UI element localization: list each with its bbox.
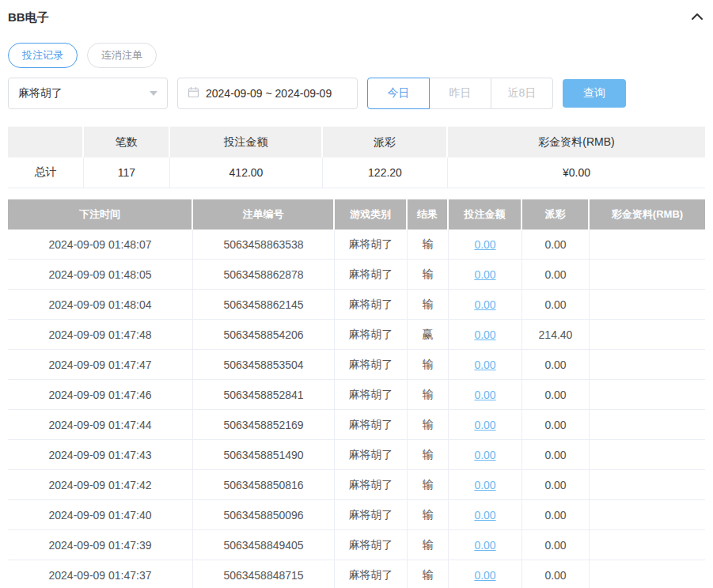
cell-payout: 0.00: [522, 440, 590, 469]
bet-amount-link[interactable]: 0.00: [474, 358, 495, 371]
bet-amount-link[interactable]: 0.00: [474, 479, 495, 491]
cell-payout: 0.00: [522, 530, 590, 560]
cell-payout: 0.00: [522, 500, 590, 529]
cell-bet-amount: 0.00: [449, 380, 522, 409]
summary-total-bet-amount: 412.00: [170, 157, 323, 188]
cell-game-type: 麻将胡了: [335, 530, 408, 560]
game-type-select[interactable]: 麻将胡了: [8, 78, 168, 109]
table-row: 2024-09-09 01:48:07 5063458863538 麻将胡了 输…: [8, 230, 705, 260]
cell-payout: 0.00: [522, 470, 590, 499]
bet-amount-link[interactable]: 0.00: [474, 328, 495, 341]
summary-total-count: 117: [84, 157, 170, 188]
header-bet-time: 下注时间: [8, 199, 193, 230]
cell-order-no: 5063458853504: [193, 350, 335, 379]
date-range-value: 2024-09-09 ~ 2024-09-09: [206, 87, 332, 100]
bet-amount-link[interactable]: 0.00: [474, 539, 495, 552]
bet-amount-link[interactable]: 0.00: [474, 389, 495, 401]
cell-bet-amount: 0.00: [449, 230, 522, 259]
tab-label: 连消注单: [101, 48, 142, 63]
cell-bet-amount: 0.00: [449, 470, 522, 499]
record-tabs: 投注记录 连消注单: [8, 43, 705, 68]
cell-bet-time: 2024-09-09 01:47:48: [8, 320, 193, 349]
tab-cancelled-orders[interactable]: 连消注单: [87, 43, 157, 68]
cell-result: 赢: [408, 320, 449, 349]
bet-amount-link[interactable]: 0.00: [474, 268, 495, 281]
bet-amount-link[interactable]: 0.00: [474, 449, 495, 461]
cell-payout: 0.00: [522, 290, 590, 319]
cell-jackpot: [590, 350, 705, 379]
date-range-input[interactable]: 2024-09-09 ~ 2024-09-09: [177, 78, 358, 109]
cell-result: 输: [408, 380, 449, 409]
cell-bet-time: 2024-09-09 01:47:43: [8, 440, 193, 469]
cell-bet-time: 2024-09-09 01:48:05: [8, 260, 193, 289]
cell-order-no: 5063458862145: [193, 290, 335, 319]
bet-amount-link[interactable]: 0.00: [474, 569, 495, 582]
cell-order-no: 5063458848715: [193, 560, 335, 588]
chevron-up-icon: [691, 11, 704, 25]
calendar-icon: [188, 86, 199, 101]
cell-bet-amount: 0.00: [449, 410, 522, 439]
summary-header-payout: 派彩: [323, 127, 448, 157]
summary-total-payout: 122.20: [323, 157, 448, 188]
cell-game-type: 麻将胡了: [335, 560, 408, 588]
table-row: 2024-09-09 01:47:43 5063458851490 麻将胡了 输…: [8, 440, 705, 470]
cell-game-type: 麻将胡了: [335, 470, 408, 499]
yesterday-button[interactable]: 昨日: [429, 78, 491, 109]
cell-bet-time: 2024-09-09 01:47:44: [8, 410, 193, 439]
cell-result: 输: [408, 530, 449, 560]
cell-bet-amount: 0.00: [449, 320, 522, 349]
cell-order-no: 5063458852841: [193, 380, 335, 409]
cell-bet-time: 2024-09-09 01:47:42: [8, 470, 193, 499]
cell-bet-time: 2024-09-09 01:47:40: [8, 500, 193, 529]
header-result: 结果: [408, 199, 449, 230]
cell-payout: 214.40: [522, 320, 590, 349]
bet-amount-link[interactable]: 0.00: [474, 298, 495, 311]
summary-table: 笔数 投注金额 派彩 彩金资料(RMB) 总计 117 412.00 122.2…: [8, 127, 705, 188]
cell-game-type: 麻将胡了: [335, 380, 408, 409]
summary-header-row: 笔数 投注金额 派彩 彩金资料(RMB): [8, 127, 705, 157]
table-row: 2024-09-09 01:47:44 5063458852169 麻将胡了 输…: [8, 410, 705, 440]
cell-result: 输: [408, 440, 449, 469]
cell-jackpot: [590, 380, 705, 409]
cell-bet-time: 2024-09-09 01:47:37: [8, 560, 193, 588]
cell-bet-time: 2024-09-09 01:47:39: [8, 530, 193, 560]
cell-result: 输: [408, 290, 449, 319]
cell-result: 输: [408, 470, 449, 499]
last-8-days-button[interactable]: 近8日: [491, 78, 553, 109]
cell-order-no: 5063458850096: [193, 500, 335, 529]
table-row: 2024-09-09 01:48:05 5063458862878 麻将胡了 输…: [8, 260, 705, 290]
cell-bet-time: 2024-09-09 01:47:46: [8, 380, 193, 409]
cell-bet-amount: 0.00: [449, 500, 522, 529]
cell-bet-amount: 0.00: [449, 440, 522, 469]
tab-bet-records[interactable]: 投注记录: [8, 43, 78, 68]
cell-jackpot: [590, 530, 705, 560]
cell-payout: 0.00: [522, 380, 590, 409]
cell-jackpot: [590, 410, 705, 439]
query-button[interactable]: 查询: [563, 79, 626, 108]
cell-bet-time: 2024-09-09 01:47:47: [8, 350, 193, 379]
summary-header-jackpot: 彩金资料(RMB): [448, 127, 705, 157]
cell-jackpot: [590, 470, 705, 499]
cell-jackpot: [590, 440, 705, 469]
cell-bet-amount: 0.00: [449, 260, 522, 289]
cell-jackpot: [590, 560, 705, 588]
bet-amount-link[interactable]: 0.00: [474, 419, 495, 431]
header-bet-amount: 投注金额: [449, 199, 522, 230]
table-row: 2024-09-09 01:47:47 5063458853504 麻将胡了 输…: [8, 350, 705, 380]
header-payout: 派彩: [522, 199, 590, 230]
today-button[interactable]: 今日: [367, 78, 430, 109]
cell-result: 输: [408, 410, 449, 439]
header-order-no: 注单编号: [193, 199, 335, 230]
bet-amount-link[interactable]: 0.00: [474, 509, 495, 522]
cell-game-type: 麻将胡了: [335, 440, 408, 469]
cell-order-no: 5063458852169: [193, 410, 335, 439]
cell-jackpot: [590, 320, 705, 349]
cell-result: 输: [408, 260, 449, 289]
cell-game-type: 麻将胡了: [335, 230, 408, 259]
cell-order-no: 5063458851490: [193, 440, 335, 469]
bet-amount-link[interactable]: 0.00: [474, 238, 495, 251]
game-type-selected-value: 麻将胡了: [18, 86, 63, 101]
cell-game-type: 麻将胡了: [335, 260, 408, 289]
cell-game-type: 麻将胡了: [335, 500, 408, 529]
collapse-button[interactable]: [691, 11, 705, 25]
